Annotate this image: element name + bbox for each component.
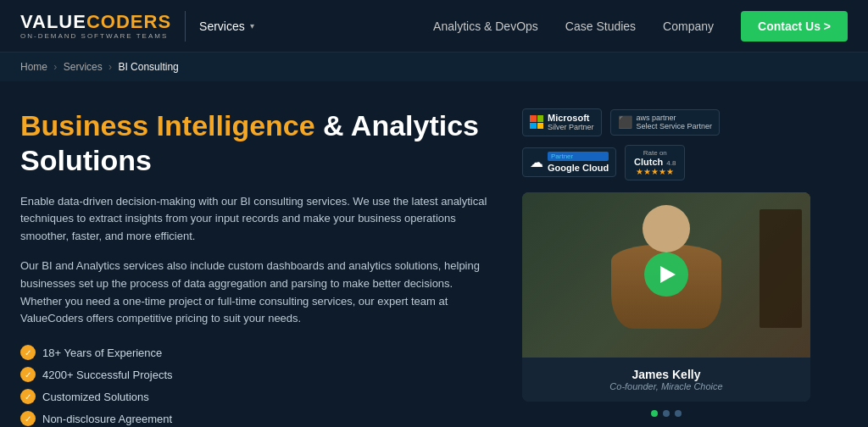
description-1: Enable data-driven decision-making with … xyxy=(20,193,495,246)
clutch-name: Clutch xyxy=(634,157,663,167)
check-icon: ✓ xyxy=(20,389,36,404)
breadcrumb-home[interactable]: Home xyxy=(20,61,47,73)
breadcrumb-sep-1: › xyxy=(53,61,59,73)
contact-button[interactable]: Contact Us > xyxy=(741,11,848,42)
list-item: ✓ Customized Solutions xyxy=(20,389,495,404)
check-icon: ✓ xyxy=(20,367,36,382)
dot-2[interactable] xyxy=(663,410,670,417)
nav-right: Analytics & DevOps Case Studies Company … xyxy=(433,11,848,42)
aws-tier: Select Service Partner xyxy=(637,122,713,131)
nav-company[interactable]: Company xyxy=(663,19,714,33)
clutch-badge: Rate on Clutch 4.8 ★★★★★ xyxy=(625,145,685,180)
aws-badge: ⬛ aws partner Select Service Partner xyxy=(610,109,721,136)
aws-icon: ⬛ xyxy=(618,115,632,129)
page-title: Business Intelligence & Analytics Soluti… xyxy=(20,108,495,178)
google-label: Google Cloud xyxy=(548,163,609,173)
breadcrumb-current: BI Consulting xyxy=(118,61,178,73)
video-card: James Kelly Co-founder, Miracle Choice xyxy=(522,192,810,402)
list-item: ✓ 4200+ Successful Projects xyxy=(20,367,495,382)
dot-1[interactable] xyxy=(651,410,658,417)
feature-list: ✓ 18+ Years of Experience ✓ 4200+ Succes… xyxy=(20,345,495,426)
services-label: Services xyxy=(199,19,245,33)
microsoft-tier: Silver Partner xyxy=(548,123,594,132)
bookshelf-decoration xyxy=(760,209,802,328)
breadcrumb-sep-2: › xyxy=(108,61,114,73)
nav-case-studies[interactable]: Case Studies xyxy=(565,19,636,33)
clutch-pre-label: Rate on xyxy=(643,149,667,157)
logo-coders: CODERS xyxy=(86,11,171,32)
partners-row: Microsoft Silver Partner ⬛ aws partner S… xyxy=(522,108,810,180)
logo-value: VALUE xyxy=(20,11,86,32)
microsoft-label: Microsoft xyxy=(548,113,594,123)
chevron-down-icon: ▾ xyxy=(250,21,254,30)
microsoft-badge: Microsoft Silver Partner xyxy=(522,108,602,136)
video-thumbnail[interactable] xyxy=(522,192,810,358)
nav-analytics[interactable]: Analytics & DevOps xyxy=(433,19,538,33)
left-column: Business Intelligence & Analytics Soluti… xyxy=(20,108,495,427)
person-name: James Kelly xyxy=(536,368,797,381)
logo-subtitle: ON-DEMAND SOFTWARE TEAMS xyxy=(20,33,171,40)
clutch-rating: 4.8 xyxy=(666,159,676,167)
feature-text: 18+ Years of Experience xyxy=(42,347,162,359)
check-icon: ✓ xyxy=(20,411,36,426)
breadcrumb-services[interactable]: Services xyxy=(64,61,103,73)
navbar: VALUECODERS ON-DEMAND SOFTWARE TEAMS Ser… xyxy=(0,0,868,53)
main-content: Business Intelligence & Analytics Soluti… xyxy=(0,81,868,427)
services-menu[interactable]: Services ▾ xyxy=(199,19,254,33)
play-button[interactable] xyxy=(644,252,688,297)
nav-divider xyxy=(185,11,186,42)
feature-text: Non-disclosure Agreement xyxy=(42,413,172,425)
aws-label: aws partner xyxy=(637,114,713,123)
description-2: Our BI and Analytics services also inclu… xyxy=(20,258,495,328)
list-item: ✓ Non-disclosure Agreement xyxy=(20,411,495,426)
check-icon: ✓ xyxy=(20,345,36,360)
play-icon xyxy=(660,266,676,283)
dot-3[interactable] xyxy=(675,410,682,417)
feature-text: Customized Solutions xyxy=(42,391,149,403)
person-head xyxy=(643,205,690,252)
google-icon: ☁ xyxy=(530,154,543,170)
person-role: Co-founder, Miracle Choice xyxy=(536,381,797,391)
right-column: Microsoft Silver Partner ⬛ aws partner S… xyxy=(522,108,810,417)
clutch-stars: ★★★★★ xyxy=(636,167,674,176)
list-item: ✓ 18+ Years of Experience xyxy=(20,345,495,360)
google-badge: ☁ Partner Google Cloud xyxy=(522,147,616,177)
feature-text: 4200+ Successful Projects xyxy=(42,369,173,381)
partner-tag: Partner xyxy=(548,152,609,161)
video-caption: James Kelly Co-founder, Miracle Choice xyxy=(522,358,810,402)
carousel-dots xyxy=(522,410,810,417)
title-highlight: Business Intelligence xyxy=(20,109,315,141)
microsoft-icon xyxy=(530,115,543,129)
breadcrumb: Home › Services › BI Consulting xyxy=(0,53,868,81)
logo[interactable]: VALUECODERS ON-DEMAND SOFTWARE TEAMS xyxy=(20,13,171,40)
